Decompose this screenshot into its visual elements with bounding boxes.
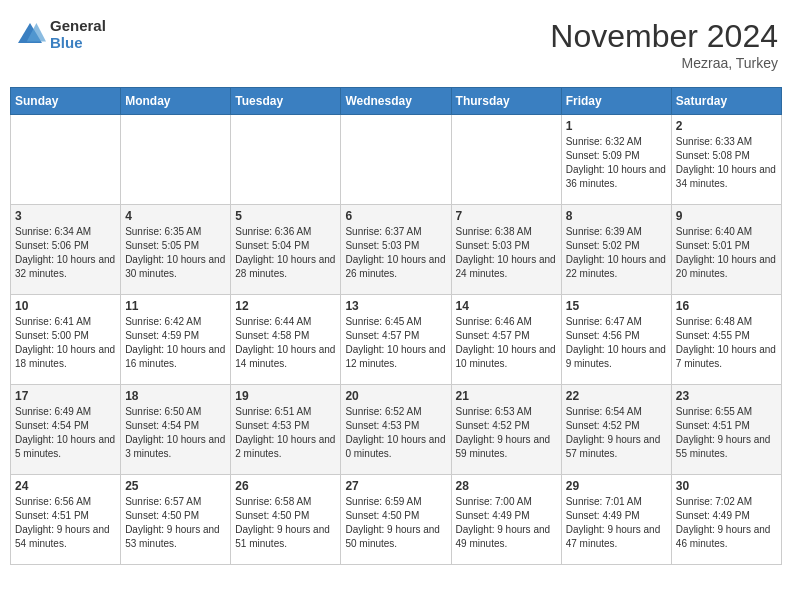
day-number: 18 [125, 389, 226, 403]
day-number: 14 [456, 299, 557, 313]
calendar-day-cell [121, 115, 231, 205]
calendar-day-cell: 9Sunrise: 6:40 AM Sunset: 5:01 PM Daylig… [671, 205, 781, 295]
day-info: Sunrise: 6:36 AM Sunset: 5:04 PM Dayligh… [235, 225, 336, 281]
calendar-day-cell: 11Sunrise: 6:42 AM Sunset: 4:59 PM Dayli… [121, 295, 231, 385]
calendar-week-row: 10Sunrise: 6:41 AM Sunset: 5:00 PM Dayli… [11, 295, 782, 385]
day-info: Sunrise: 6:57 AM Sunset: 4:50 PM Dayligh… [125, 495, 226, 551]
calendar-header-row: SundayMondayTuesdayWednesdayThursdayFrid… [11, 88, 782, 115]
day-of-week-header: Saturday [671, 88, 781, 115]
day-of-week-header: Thursday [451, 88, 561, 115]
calendar-day-cell: 2Sunrise: 6:33 AM Sunset: 5:08 PM Daylig… [671, 115, 781, 205]
day-info: Sunrise: 6:53 AM Sunset: 4:52 PM Dayligh… [456, 405, 557, 461]
calendar-day-cell: 5Sunrise: 6:36 AM Sunset: 5:04 PM Daylig… [231, 205, 341, 295]
day-number: 20 [345, 389, 446, 403]
day-info: Sunrise: 6:39 AM Sunset: 5:02 PM Dayligh… [566, 225, 667, 281]
logo: General Blue [14, 18, 106, 51]
day-info: Sunrise: 6:35 AM Sunset: 5:05 PM Dayligh… [125, 225, 226, 281]
day-number: 21 [456, 389, 557, 403]
month-title: November 2024 [550, 18, 778, 55]
calendar-day-cell: 30Sunrise: 7:02 AM Sunset: 4:49 PM Dayli… [671, 475, 781, 565]
calendar-day-cell: 12Sunrise: 6:44 AM Sunset: 4:58 PM Dayli… [231, 295, 341, 385]
day-number: 1 [566, 119, 667, 133]
calendar-day-cell: 20Sunrise: 6:52 AM Sunset: 4:53 PM Dayli… [341, 385, 451, 475]
day-info: Sunrise: 6:52 AM Sunset: 4:53 PM Dayligh… [345, 405, 446, 461]
day-info: Sunrise: 6:58 AM Sunset: 4:50 PM Dayligh… [235, 495, 336, 551]
logo-general-text: General [50, 18, 106, 35]
day-info: Sunrise: 7:00 AM Sunset: 4:49 PM Dayligh… [456, 495, 557, 551]
day-number: 30 [676, 479, 777, 493]
calendar-day-cell: 29Sunrise: 7:01 AM Sunset: 4:49 PM Dayli… [561, 475, 671, 565]
calendar-day-cell [231, 115, 341, 205]
page-header: General Blue November 2024 Mezraa, Turke… [10, 10, 782, 79]
calendar-day-cell: 3Sunrise: 6:34 AM Sunset: 5:06 PM Daylig… [11, 205, 121, 295]
day-number: 6 [345, 209, 446, 223]
calendar-day-cell: 18Sunrise: 6:50 AM Sunset: 4:54 PM Dayli… [121, 385, 231, 475]
calendar-week-row: 24Sunrise: 6:56 AM Sunset: 4:51 PM Dayli… [11, 475, 782, 565]
day-info: Sunrise: 6:47 AM Sunset: 4:56 PM Dayligh… [566, 315, 667, 371]
calendar-day-cell: 26Sunrise: 6:58 AM Sunset: 4:50 PM Dayli… [231, 475, 341, 565]
calendar-day-cell: 6Sunrise: 6:37 AM Sunset: 5:03 PM Daylig… [341, 205, 451, 295]
day-info: Sunrise: 6:38 AM Sunset: 5:03 PM Dayligh… [456, 225, 557, 281]
day-number: 15 [566, 299, 667, 313]
day-info: Sunrise: 7:01 AM Sunset: 4:49 PM Dayligh… [566, 495, 667, 551]
calendar-day-cell: 22Sunrise: 6:54 AM Sunset: 4:52 PM Dayli… [561, 385, 671, 475]
day-info: Sunrise: 6:45 AM Sunset: 4:57 PM Dayligh… [345, 315, 446, 371]
calendar-day-cell: 25Sunrise: 6:57 AM Sunset: 4:50 PM Dayli… [121, 475, 231, 565]
calendar-day-cell: 27Sunrise: 6:59 AM Sunset: 4:50 PM Dayli… [341, 475, 451, 565]
day-of-week-header: Wednesday [341, 88, 451, 115]
calendar-day-cell: 7Sunrise: 6:38 AM Sunset: 5:03 PM Daylig… [451, 205, 561, 295]
calendar-table: SundayMondayTuesdayWednesdayThursdayFrid… [10, 87, 782, 565]
calendar-day-cell [451, 115, 561, 205]
day-number: 8 [566, 209, 667, 223]
day-info: Sunrise: 6:40 AM Sunset: 5:01 PM Dayligh… [676, 225, 777, 281]
calendar-day-cell: 1Sunrise: 6:32 AM Sunset: 5:09 PM Daylig… [561, 115, 671, 205]
day-of-week-header: Monday [121, 88, 231, 115]
calendar-day-cell: 21Sunrise: 6:53 AM Sunset: 4:52 PM Dayli… [451, 385, 561, 475]
calendar-day-cell: 10Sunrise: 6:41 AM Sunset: 5:00 PM Dayli… [11, 295, 121, 385]
day-info: Sunrise: 6:51 AM Sunset: 4:53 PM Dayligh… [235, 405, 336, 461]
day-number: 25 [125, 479, 226, 493]
day-info: Sunrise: 6:56 AM Sunset: 4:51 PM Dayligh… [15, 495, 116, 551]
day-info: Sunrise: 6:42 AM Sunset: 4:59 PM Dayligh… [125, 315, 226, 371]
calendar-day-cell: 23Sunrise: 6:55 AM Sunset: 4:51 PM Dayli… [671, 385, 781, 475]
day-info: Sunrise: 6:34 AM Sunset: 5:06 PM Dayligh… [15, 225, 116, 281]
day-number: 10 [15, 299, 116, 313]
calendar-week-row: 17Sunrise: 6:49 AM Sunset: 4:54 PM Dayli… [11, 385, 782, 475]
day-number: 16 [676, 299, 777, 313]
day-info: Sunrise: 6:50 AM Sunset: 4:54 PM Dayligh… [125, 405, 226, 461]
day-number: 29 [566, 479, 667, 493]
day-number: 24 [15, 479, 116, 493]
day-number: 19 [235, 389, 336, 403]
calendar-day-cell: 13Sunrise: 6:45 AM Sunset: 4:57 PM Dayli… [341, 295, 451, 385]
day-info: Sunrise: 7:02 AM Sunset: 4:49 PM Dayligh… [676, 495, 777, 551]
day-number: 2 [676, 119, 777, 133]
day-info: Sunrise: 6:37 AM Sunset: 5:03 PM Dayligh… [345, 225, 446, 281]
day-info: Sunrise: 6:32 AM Sunset: 5:09 PM Dayligh… [566, 135, 667, 191]
title-block: November 2024 Mezraa, Turkey [550, 18, 778, 71]
day-info: Sunrise: 6:46 AM Sunset: 4:57 PM Dayligh… [456, 315, 557, 371]
calendar-day-cell: 28Sunrise: 7:00 AM Sunset: 4:49 PM Dayli… [451, 475, 561, 565]
calendar-day-cell: 14Sunrise: 6:46 AM Sunset: 4:57 PM Dayli… [451, 295, 561, 385]
calendar-day-cell: 17Sunrise: 6:49 AM Sunset: 4:54 PM Dayli… [11, 385, 121, 475]
calendar-week-row: 3Sunrise: 6:34 AM Sunset: 5:06 PM Daylig… [11, 205, 782, 295]
day-number: 13 [345, 299, 446, 313]
day-number: 12 [235, 299, 336, 313]
day-info: Sunrise: 6:33 AM Sunset: 5:08 PM Dayligh… [676, 135, 777, 191]
day-number: 23 [676, 389, 777, 403]
calendar-day-cell: 19Sunrise: 6:51 AM Sunset: 4:53 PM Dayli… [231, 385, 341, 475]
day-info: Sunrise: 6:41 AM Sunset: 5:00 PM Dayligh… [15, 315, 116, 371]
day-info: Sunrise: 6:55 AM Sunset: 4:51 PM Dayligh… [676, 405, 777, 461]
day-number: 9 [676, 209, 777, 223]
day-number: 7 [456, 209, 557, 223]
day-info: Sunrise: 6:59 AM Sunset: 4:50 PM Dayligh… [345, 495, 446, 551]
calendar-week-row: 1Sunrise: 6:32 AM Sunset: 5:09 PM Daylig… [11, 115, 782, 205]
logo-icon [14, 19, 46, 51]
calendar-day-cell: 4Sunrise: 6:35 AM Sunset: 5:05 PM Daylig… [121, 205, 231, 295]
day-number: 26 [235, 479, 336, 493]
day-info: Sunrise: 6:49 AM Sunset: 4:54 PM Dayligh… [15, 405, 116, 461]
day-info: Sunrise: 6:48 AM Sunset: 4:55 PM Dayligh… [676, 315, 777, 371]
logo-blue-text: Blue [50, 35, 106, 52]
day-number: 5 [235, 209, 336, 223]
calendar-day-cell: 24Sunrise: 6:56 AM Sunset: 4:51 PM Dayli… [11, 475, 121, 565]
day-info: Sunrise: 6:54 AM Sunset: 4:52 PM Dayligh… [566, 405, 667, 461]
